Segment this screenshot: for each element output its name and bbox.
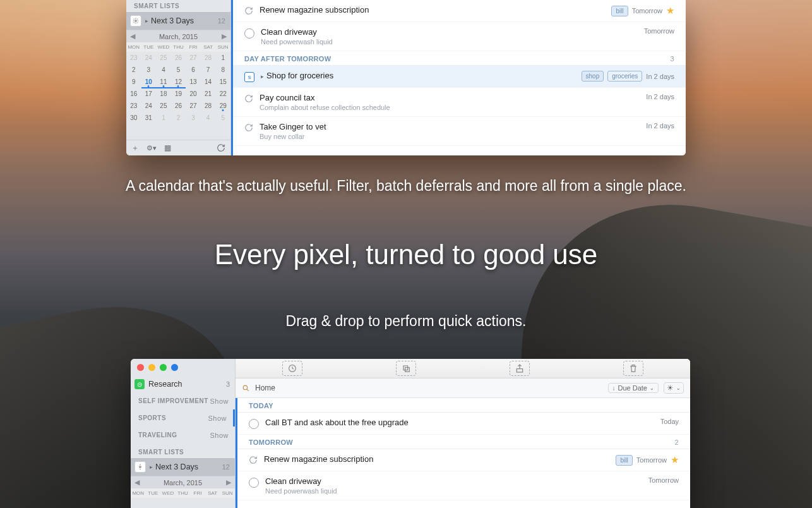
- window-titlebar: [236, 359, 690, 378]
- star-icon[interactable]: ★: [666, 5, 674, 16]
- calendar-day[interactable]: 12: [171, 76, 186, 88]
- task-row[interactable]: Renew magazine subscriptionbillTomorrow★: [233, 0, 686, 22]
- fullscreen-window-button[interactable]: [171, 364, 178, 371]
- calendar-day[interactable]: 9: [126, 76, 141, 88]
- category-show-button[interactable]: Show: [208, 414, 227, 422]
- calendar-day[interactable]: 25: [156, 100, 171, 112]
- sync-button[interactable]: [217, 143, 225, 152]
- calendar-day[interactable]: 2: [126, 64, 141, 76]
- task-row[interactable]: Call BT and ask about the free upgradeTo…: [237, 413, 690, 435]
- task-tag[interactable]: bill: [616, 455, 632, 466]
- calendar-day[interactable]: 23: [126, 100, 141, 112]
- calendar-day[interactable]: 28: [201, 100, 216, 112]
- task-checkbox[interactable]: [244, 28, 254, 39]
- close-window-button[interactable]: [137, 364, 144, 371]
- calendar-day[interactable]: 29: [215, 100, 230, 112]
- sidebar-item-research[interactable]: ⊝ Research 3: [131, 376, 235, 392]
- task-row[interactable]: s▸Shop for groceriesshopgroceriesIn 2 da…: [233, 66, 686, 88]
- calendar-day[interactable]: 18: [156, 88, 171, 100]
- calendar-day[interactable]: 3: [141, 64, 157, 76]
- sidebar-item-count: 12: [218, 17, 225, 25]
- task-checkbox[interactable]: [249, 419, 259, 429]
- minimize-window-button[interactable]: [148, 364, 155, 371]
- category-show-button[interactable]: Show: [210, 432, 229, 439]
- calendar-prev-button[interactable]: ◀: [130, 32, 135, 40]
- sort-button[interactable]: ↓ Due Date ⌄: [608, 383, 659, 393]
- category-label: SELF IMPROVEMENT: [138, 397, 208, 404]
- calendar-day[interactable]: 15: [215, 76, 230, 88]
- task-meta: In 2 days: [646, 93, 674, 100]
- filter-text[interactable]: Home: [255, 384, 603, 392]
- drop-zone-defer[interactable]: [282, 361, 302, 376]
- star-icon[interactable]: ★: [671, 454, 679, 466]
- zoom-window-button[interactable]: [160, 364, 167, 371]
- calendar-day[interactable]: 26: [171, 100, 186, 112]
- task-due: Tomorrow: [632, 7, 662, 15]
- calendar-day[interactable]: 24: [141, 52, 157, 64]
- calendar-day[interactable]: 22: [215, 88, 230, 100]
- svg-rect-5: [516, 369, 522, 372]
- calendar-day[interactable]: 28: [201, 52, 216, 64]
- calendar-next-button[interactable]: ▶: [222, 32, 227, 40]
- calendar-day[interactable]: 11: [156, 76, 171, 88]
- category-show-button[interactable]: Show: [210, 397, 229, 405]
- calendar-day[interactable]: 21: [201, 88, 216, 100]
- calendar-day[interactable]: 30: [126, 112, 141, 124]
- calendar-day[interactable]: 25: [156, 52, 171, 64]
- calendar-day[interactable]: 2: [171, 112, 186, 124]
- drop-zone-share[interactable]: [510, 361, 530, 376]
- calendar-day[interactable]: 14: [201, 76, 216, 88]
- calendar-month-label: March, 2015: [164, 479, 202, 487]
- calendar-day[interactable]: 5: [171, 64, 186, 76]
- calendar-next-button[interactable]: ▶: [226, 478, 231, 487]
- sidebar-category[interactable]: TRAVELINGShow: [131, 426, 235, 444]
- calendar-header: ◀ March, 2015 ▶: [131, 476, 235, 488]
- task-tag[interactable]: shop: [582, 71, 604, 82]
- calendar-day[interactable]: 17: [141, 88, 157, 100]
- calendar-day[interactable]: 4: [156, 64, 171, 76]
- add-button[interactable]: ＋: [131, 143, 139, 154]
- task-checkbox[interactable]: [249, 478, 259, 488]
- calendar-day[interactable]: 27: [186, 52, 201, 64]
- calendar-day[interactable]: 23: [126, 52, 141, 64]
- calendar-day[interactable]: 7: [201, 64, 216, 76]
- calendar-day[interactable]: 20: [186, 88, 201, 100]
- calendar-prev-button[interactable]: ◀: [134, 478, 140, 487]
- calendar-day[interactable]: 16: [126, 88, 141, 100]
- calendar-day[interactable]: 6: [186, 64, 201, 76]
- selection-checkbox[interactable]: s: [244, 72, 254, 82]
- task-meta: Tomorrow: [648, 476, 679, 484]
- calendar-day[interactable]: 19: [171, 88, 186, 100]
- task-tag[interactable]: groceries: [607, 71, 642, 82]
- drop-zone-copy[interactable]: [396, 361, 416, 376]
- calendar-day[interactable]: 31: [141, 112, 157, 124]
- calendar-day[interactable]: 1: [156, 112, 171, 124]
- task-row[interactable]: Renew magazine subscriptionbillTomorrow★: [237, 449, 690, 471]
- calendar-day[interactable]: 24: [141, 100, 157, 112]
- calendar-day[interactable]: 4: [201, 112, 216, 124]
- sidebar-category[interactable]: SPORTSShow: [131, 409, 235, 426]
- settings-menu-button[interactable]: ⚙︎▾: [146, 144, 157, 152]
- calendar-dow: SUN: [220, 488, 235, 498]
- sidebar-category[interactable]: SELF IMPROVEMENTShow: [131, 392, 235, 409]
- calendar-day[interactable]: 8: [215, 64, 230, 76]
- task-row[interactable]: Pay council taxComplain about refuse col…: [233, 88, 686, 117]
- task-tag[interactable]: bill: [611, 6, 628, 16]
- display-options-button[interactable]: ☀︎⌄: [664, 382, 684, 394]
- drop-zone-trash[interactable]: [623, 361, 643, 376]
- task-row[interactable]: Clean drivewayNeed powerwash liquidTomor…: [237, 471, 690, 500]
- calendar-day[interactable]: 3: [186, 112, 201, 124]
- sidebar-item-next3days[interactable]: ▸ Next 3 Days 12: [126, 12, 230, 30]
- task-due: Tomorrow: [644, 27, 674, 35]
- calendar-day[interactable]: 1: [215, 52, 230, 64]
- calendar-day[interactable]: 5: [215, 112, 230, 124]
- calendar-toggle-button[interactable]: ▦: [164, 143, 171, 152]
- calendar-day[interactable]: 10: [141, 76, 157, 88]
- calendar-day[interactable]: 13: [186, 76, 201, 88]
- task-row[interactable]: Take Ginger to vetBuy new collarIn 2 day…: [233, 117, 686, 146]
- sidebar-item-label: Next 3 Days: [155, 463, 198, 471]
- calendar-day[interactable]: 27: [186, 100, 201, 112]
- calendar-day[interactable]: 26: [171, 52, 186, 64]
- task-row[interactable]: Clean drivewayNeed powerwash liquidTomor…: [233, 22, 686, 51]
- sidebar-item-next3days[interactable]: ▸ Next 3 Days 12: [131, 458, 235, 476]
